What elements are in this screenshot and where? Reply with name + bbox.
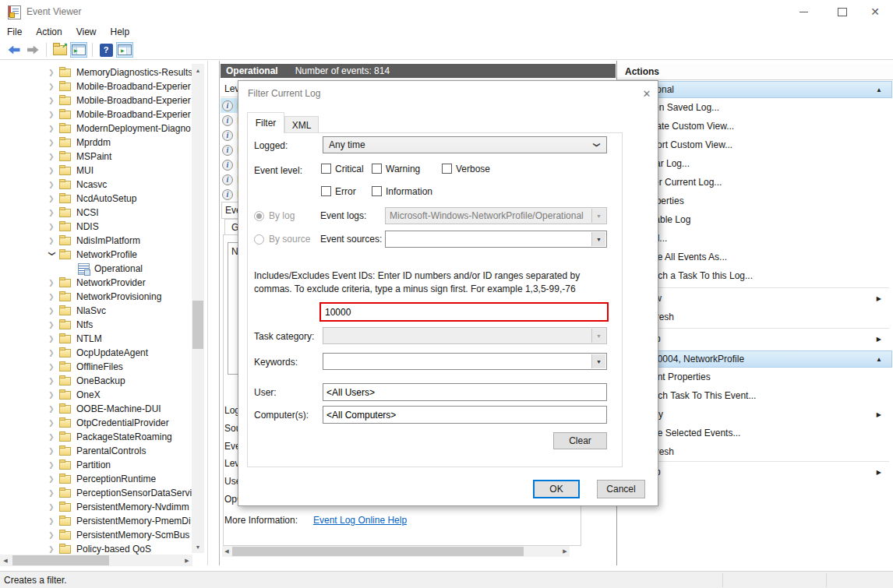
forward-button[interactable] — [24, 42, 41, 58]
open-saved-log-button[interactable]: ↗ — [51, 42, 69, 58]
action-clear-log[interactable]: Clear Log... — [619, 154, 892, 173]
dropdown-arrow-icon[interactable]: ▼ — [591, 232, 605, 246]
collapse-icon[interactable]: ▲ — [876, 356, 882, 363]
user-input[interactable] — [323, 383, 607, 401]
show-action-pane-button[interactable]: ▶ — [116, 42, 133, 58]
error-label[interactable]: Error — [335, 186, 356, 197]
action-view[interactable]: View▶ — [619, 289, 892, 308]
tree-item[interactable]: ❯OOBE-Machine-DUI — [0, 402, 207, 416]
action-properties[interactable]: Properties — [619, 192, 892, 210]
chevron-right-icon[interactable]: ❯ — [48, 69, 59, 76]
tree-item[interactable]: ❯Mobile-Broadband-Experier — [0, 93, 207, 107]
tree-horizontal-scrollbar[interactable]: ◀ ▶ — [0, 555, 192, 566]
action-disable-log[interactable]: Disable Log — [619, 210, 892, 229]
menu-help[interactable]: Help — [104, 23, 137, 40]
radio-by-log[interactable] — [254, 211, 264, 221]
actions-group-operational[interactable]: Operational ▲ — [619, 81, 892, 98]
scrollbar-thumb[interactable] — [192, 301, 203, 349]
chevron-right-icon[interactable]: ❯ — [48, 167, 59, 174]
chevron-right-icon[interactable]: ❯ — [48, 517, 59, 525]
chevron-right-icon[interactable]: ❯ — [48, 307, 59, 315]
tree-item-networkprofile[interactable]: ❯NetworkProfile — [0, 248, 207, 262]
scroll-right-icon[interactable]: ▶ — [182, 555, 192, 566]
action-attach-task-to-event[interactable]: Attach Task To This Event... — [619, 386, 892, 405]
scroll-down-icon[interactable]: ▼ — [192, 540, 204, 553]
tree-item[interactable]: ❯PackageStateRoaming — [0, 430, 207, 444]
tree-item[interactable]: ❯OfflineFiles — [0, 360, 207, 374]
critical-label[interactable]: Critical — [335, 164, 364, 174]
cancel-button[interactable]: Cancel — [597, 480, 645, 498]
menu-view[interactable]: View — [69, 23, 104, 40]
chevron-right-icon[interactable]: ❯ — [48, 447, 59, 455]
minimize-button[interactable] — [785, 0, 821, 23]
tree-item[interactable]: ❯NlaSvc — [0, 304, 207, 318]
tab-filter[interactable]: Filter — [247, 112, 284, 133]
action-save-all-events-as[interactable]: Save All Events As... — [619, 248, 892, 266]
event-log-online-help-link[interactable]: Event Log Online Help — [313, 515, 407, 526]
action-refresh[interactable]: Refresh — [619, 308, 892, 326]
action-filter-current-log[interactable]: Filter Current Log... — [619, 173, 892, 192]
tree-item[interactable]: ❯ParentalControls — [0, 444, 207, 458]
tree-item[interactable]: ❯MUI — [0, 164, 207, 178]
event-sources-dropdown[interactable]: ▼ — [385, 231, 607, 248]
action-import-custom-view[interactable]: Import Custom View... — [619, 136, 892, 154]
action-help[interactable]: Help▶ — [619, 329, 892, 348]
tree-item[interactable]: ❯MemoryDiagnostics-Results — [0, 65, 207, 79]
chevron-right-icon[interactable]: ❯ — [48, 223, 59, 231]
scroll-left-icon[interactable]: ◀ — [222, 546, 231, 557]
tree-item[interactable]: ❯Mobile-Broadband-Experier — [0, 107, 207, 121]
tree-item[interactable]: ❯OtpCredentialProvider — [0, 416, 207, 430]
clear-button[interactable]: Clear — [553, 432, 607, 449]
verbose-label[interactable]: Verbose — [456, 164, 490, 174]
logged-dropdown[interactable]: Any time ❯ — [323, 136, 607, 153]
checkbox-error[interactable] — [321, 186, 331, 196]
scrollbar-thumb[interactable] — [232, 547, 524, 556]
tree-item[interactable]: ❯OneBackup — [0, 374, 207, 388]
tree-item[interactable]: ❯Ntfs — [0, 318, 207, 332]
action-attach-task-to-log[interactable]: Attach a Task To this Log... — [619, 266, 892, 285]
tree-item[interactable]: ❯PersistentMemory-Nvdimm — [0, 500, 207, 514]
chevron-right-icon[interactable]: ❯ — [48, 475, 59, 483]
chevron-right-icon[interactable]: ❯ — [48, 531, 59, 539]
chevron-right-icon[interactable]: ❯ — [48, 181, 59, 188]
tree-item[interactable]: ❯NdisImPlatform — [0, 234, 207, 248]
back-button[interactable] — [5, 42, 23, 58]
tree-item[interactable]: ❯NcdAutoSetup — [0, 192, 207, 206]
close-button[interactable]: ✕ — [857, 0, 893, 23]
collapse-icon[interactable]: ▲ — [876, 86, 882, 93]
chevron-right-icon[interactable]: ❯ — [48, 237, 59, 245]
action-event-properties[interactable]: Event Properties — [619, 368, 892, 386]
chevron-right-icon[interactable]: ❯ — [48, 363, 59, 371]
tree-item[interactable]: ❯OneX — [0, 388, 207, 402]
tree-item[interactable]: ❯NCSI — [0, 206, 207, 220]
chevron-right-icon[interactable]: ❯ — [48, 97, 59, 104]
chevron-right-icon[interactable]: ❯ — [48, 153, 59, 160]
tree-item[interactable]: ❯PersistentMemory-ScmBus — [0, 528, 207, 542]
action-refresh-event[interactable]: Refresh — [619, 442, 892, 461]
chevron-right-icon[interactable]: ❯ — [48, 139, 59, 146]
main-horizontal-scrollbar[interactable]: ◀ ▶ — [222, 546, 570, 557]
checkbox-warning[interactable] — [372, 164, 382, 174]
action-save-selected-events[interactable]: Save Selected Events... — [619, 424, 892, 442]
show-console-tree-button[interactable]: ▶ — [70, 42, 87, 58]
help-button[interactable]: ? — [97, 42, 115, 58]
warning-label[interactable]: Warning — [386, 164, 420, 174]
scroll-right-icon[interactable]: ▶ — [560, 546, 570, 557]
menu-file[interactable]: File — [0, 23, 29, 40]
actions-group-event-10004[interactable]: Event 10004, NetworkProfile ▲ — [619, 350, 892, 368]
chevron-right-icon[interactable]: ❯ — [48, 209, 59, 217]
chevron-right-icon[interactable]: ❯ — [48, 335, 59, 343]
action-create-custom-view[interactable]: Create Custom View... — [619, 117, 892, 136]
tree-item[interactable]: ❯MSPaint — [0, 150, 207, 164]
tree-item[interactable]: ❯NetworkProvider — [0, 276, 207, 290]
panel-divider[interactable] — [219, 61, 220, 565]
information-label[interactable]: Information — [386, 186, 432, 197]
action-help-event[interactable]: Help▶ — [619, 463, 892, 481]
chevron-right-icon[interactable]: ❯ — [48, 83, 59, 90]
checkbox-verbose[interactable] — [442, 164, 452, 174]
tree-item[interactable]: ❯Ncasvc — [0, 178, 207, 192]
dropdown-arrow-icon[interactable]: ▼ — [591, 354, 605, 368]
scrollbar-thumb[interactable] — [12, 555, 109, 565]
chevron-right-icon[interactable]: ❯ — [48, 545, 59, 553]
chevron-right-icon[interactable]: ❯ — [48, 391, 59, 399]
